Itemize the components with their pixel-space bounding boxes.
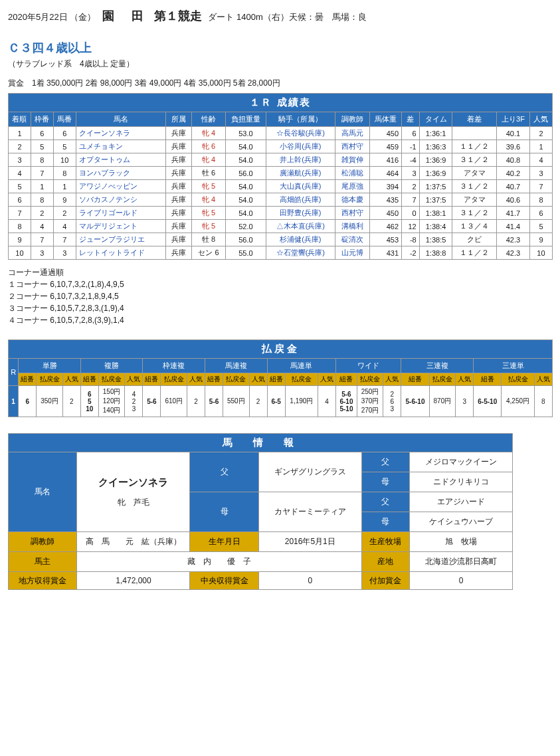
results-col: 上り3F — [496, 112, 529, 127]
venue: 園 田 — [102, 9, 146, 23]
trainer-link[interactable]: 山元博 — [341, 248, 363, 256]
table-row: 255ユメチョキン兵庫牝 654.0小谷周(兵庫)西村守459-11:36:3１… — [9, 140, 553, 153]
table-row: 977ジューンブラジリエ兵庫牡 856.0杉浦健(兵庫)碇清次453-81:38… — [9, 233, 553, 246]
label-dam: 母 — [190, 492, 258, 532]
results-col: タイム — [419, 112, 452, 127]
jockey-link[interactable]: 杉浦健(兵庫) — [280, 235, 321, 243]
table-row: 689ソバカスノテンシ兵庫牝 454.0高畑皓(兵庫)德本慶43571:37:5… — [9, 193, 553, 207]
dam: カヤドーミーティア — [258, 492, 361, 532]
jockey-link[interactable]: 廣瀬航(兵庫) — [280, 169, 321, 177]
jockey-link[interactable]: 大山真(兵庫) — [280, 182, 321, 190]
dam-dam: ケイシュウハーブ — [410, 512, 513, 532]
label-sire: 父 — [190, 452, 258, 492]
trainer-link[interactable]: 尾原強 — [341, 182, 363, 190]
payout-r-label: R — [9, 359, 19, 386]
payout-sub: 人気 — [456, 373, 474, 386]
label-trainer: 調教師 — [9, 532, 77, 552]
payout-sub: 払戻金 — [429, 373, 456, 386]
sire: ギンザグリングラス — [258, 452, 361, 492]
label-birth: 生年月日 — [190, 532, 258, 552]
jockey-link[interactable]: 田野豊(兵庫) — [280, 209, 321, 217]
payout-sub: 払戻金 — [161, 373, 187, 386]
payout-sub: 組番 — [401, 373, 429, 386]
trainer-link[interactable]: 西村守 — [341, 142, 363, 150]
prize-money: 賞金 1着 350,000円 2着 98,000円 3着 49,000円 4着 … — [8, 78, 552, 89]
horse-link[interactable]: クイーンソネラ — [79, 129, 130, 137]
info-title: 馬 情 報 — [9, 434, 513, 452]
jockey-link[interactable]: 高畑皓(兵庫) — [280, 195, 321, 203]
payout-group: 複勝 — [80, 359, 143, 373]
trainer-link[interactable]: 碇清次 — [341, 235, 363, 243]
trainer-link[interactable]: 德本慶 — [341, 195, 363, 203]
corner-heading: コーナー通過順 — [8, 266, 552, 278]
trainer-link[interactable]: 溝橋利 — [341, 222, 363, 230]
payout-group: 単勝 — [19, 359, 81, 373]
horse-link[interactable]: レットイットライド — [79, 248, 145, 256]
race-number: 第１競走 — [154, 9, 202, 23]
table-row: 166クイーンソネラ兵庫牝 453.0☆長谷駿(兵庫)高馬元45061:36:1… — [9, 127, 553, 140]
origin: 北海道沙流郡日高町 — [410, 552, 513, 572]
label-ss: 父 — [361, 452, 410, 472]
payout-sub: 払戻金 — [223, 373, 250, 386]
payout-sub: 払戻金 — [98, 373, 125, 386]
results-col: 人気 — [529, 112, 552, 127]
payout-sub: 払戻金 — [285, 373, 318, 386]
trainer: 高 馬 元 紘（兵庫） — [77, 532, 190, 552]
horse-link[interactable]: マルデリジェント — [79, 222, 138, 230]
horse-link[interactable]: ライブリゴールド — [79, 209, 138, 217]
local-prize: 1,472,000 — [77, 572, 190, 590]
payout-sub: 払戻金 — [502, 373, 534, 386]
results-col: 負担重量 — [225, 112, 266, 127]
trainer-link[interactable]: 西村守 — [341, 209, 363, 217]
label-sd: 母 — [361, 472, 410, 492]
horse-link[interactable]: ジューンブラジリエ — [79, 235, 145, 243]
label-local-prize: 地方収得賞金 — [9, 572, 77, 590]
owner: 藏 内 優 子 — [77, 552, 361, 572]
results-col: 枠番 — [31, 112, 53, 127]
payout-sub: 人気 — [318, 373, 336, 386]
jockey-link[interactable]: 小谷周(兵庫) — [280, 142, 321, 150]
results-col: 所属 — [166, 112, 192, 127]
jra-prize: 0 — [258, 572, 361, 590]
jockey-link[interactable]: ☆石堂響(兵庫) — [276, 248, 325, 256]
label-jra-prize: 中央収得賞金 — [190, 572, 258, 590]
payout-table: 払戻金 R単勝複勝枠連複馬連複馬連単ワイド三連複三連単 組番払戻金人気組番払戻金… — [8, 339, 553, 417]
payout-sub: 人気 — [383, 373, 401, 386]
label-owner: 馬主 — [9, 552, 77, 572]
payout-group: 枠連複 — [143, 359, 205, 373]
horse-desc: 牝 芦毛 — [81, 497, 185, 508]
payout-group: 馬連複 — [205, 359, 268, 373]
conditions: ダート 1400m（右）天候：曇 馬場：良 — [208, 12, 366, 22]
table-row: 511アワジノべッピン兵庫牝 554.0大山真(兵庫)尾原強39421:37:5… — [9, 180, 553, 193]
corner-4: ４コーナー 6,10,5,7,2,8,(3,9),1,4 — [8, 314, 552, 326]
jockey-link[interactable]: 井上幹(兵庫) — [280, 155, 321, 163]
payout-sub: 払戻金 — [37, 373, 63, 386]
race-title: Ｃ３四４歳以上 — [8, 40, 552, 56]
corner-2: ２コーナー 6,10,7,3,2,1,8,9,4,5 — [8, 290, 552, 302]
payout-sub: 払戻金 — [357, 373, 383, 386]
race-subtitle: （サラブレッド系 4歳以上 定量） — [8, 58, 552, 70]
payout-sub: 人気 — [62, 373, 80, 386]
jockey-link[interactable]: △木本直(兵庫) — [276, 222, 325, 230]
horse-link[interactable]: ソバカスノテンシ — [79, 195, 138, 203]
trainer-link[interactable]: 松浦聡 — [341, 169, 363, 177]
horse-link[interactable]: オプタートゥム — [79, 155, 130, 163]
label-farm: 生産牧場 — [361, 532, 410, 552]
horse-link[interactable]: ユメチョキン — [79, 142, 123, 150]
payout-sub: 組番 — [474, 373, 502, 386]
horse-link[interactable]: ヨンハブラック — [79, 169, 130, 177]
jockey-link[interactable]: ☆長谷駿(兵庫) — [276, 129, 325, 137]
sire-dam: ニドクリキリコ — [410, 472, 513, 492]
farm: 旭 牧場 — [410, 532, 513, 552]
table-row: 722ライブリゴールド兵庫牝 554.0田野豊(兵庫)西村守45001:38:1… — [9, 207, 553, 220]
label-horsename: 馬名 — [9, 452, 77, 532]
corner-passage: コーナー通過順 １コーナー 6,10,7,3,2,(1,8),4,9,5 ２コー… — [8, 266, 552, 326]
horse-link[interactable]: アワジノべッピン — [79, 182, 138, 190]
payout-sub: 人気 — [125, 373, 143, 386]
trainer-link[interactable]: 雑賀伸 — [341, 155, 363, 163]
results-col: 馬番 — [53, 112, 76, 127]
payout-sub: 組番 — [80, 373, 98, 386]
results-col: 性齢 — [192, 112, 225, 127]
trainer-link[interactable]: 高馬元 — [341, 129, 363, 137]
payout-sub: 人気 — [249, 373, 267, 386]
